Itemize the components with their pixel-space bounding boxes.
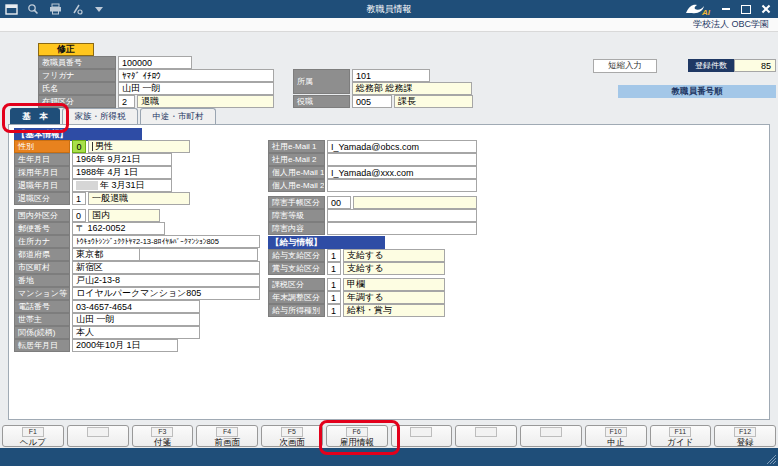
- f8-keycap: [475, 427, 497, 437]
- f9-keycap: [540, 427, 562, 437]
- personal-mail2-field[interactable]: [327, 179, 477, 192]
- staff-no-field[interactable]: 100000: [118, 56, 192, 69]
- retire-kind-code-field[interactable]: 1: [72, 192, 86, 205]
- minimize-button[interactable]: [716, 1, 736, 17]
- staff-no-row: 教職員番号 100000: [38, 56, 192, 69]
- tab-basic[interactable]: 基 本: [10, 108, 60, 124]
- income-type-code-field[interactable]: 1: [327, 304, 341, 317]
- address-kana-field[interactable]: ﾄｳｷｮｳﾄｼﾝｼﾞｭｸｸﾄﾔﾏ2-13-8ﾛｲﾔﾙﾊﾟｰｸﾏﾝｼｮﾝ805: [72, 235, 260, 248]
- company-bar: 学校法人 OBC学園: [0, 18, 778, 32]
- householder-field[interactable]: 山田 一朗: [72, 313, 200, 326]
- salary-pay-code-field[interactable]: 1: [327, 249, 341, 262]
- fkey-guide-button[interactable]: F11 ガイド: [650, 425, 712, 447]
- fkey-f2-button[interactable]: [67, 425, 129, 447]
- name-label: 氏名: [38, 82, 116, 95]
- yearend-adjust-value-field[interactable]: 年調する: [343, 291, 445, 304]
- bonus-pay-value-field[interactable]: 支給する: [343, 262, 445, 275]
- hire-date-row: 採用年月日 1988年 4月 1日: [14, 166, 172, 179]
- fkey-cancel-button[interactable]: F10 中止: [585, 425, 647, 447]
- tax-class-value-field[interactable]: 甲欄: [343, 278, 445, 291]
- tab-family-income-tax[interactable]: 家族・所得税: [62, 108, 138, 124]
- function-key-bar: F1 ヘルプ F3 付箋 F4 前画面 F5 次画面 F6 雇用情報: [0, 424, 778, 448]
- birthdate-field[interactable]: 1966年 9月21日: [72, 153, 172, 166]
- yearend-adjust-code-field[interactable]: 1: [327, 291, 341, 304]
- move-date-field[interactable]: 2000年10月 1日: [72, 339, 178, 352]
- maximize-button[interactable]: [736, 1, 756, 17]
- position-code-field[interactable]: 005: [352, 95, 392, 108]
- empty-year-box: [76, 181, 98, 190]
- city-row: 市区町村 新宿区: [14, 261, 260, 274]
- fkey-f9-button[interactable]: [520, 425, 582, 447]
- resize-grip[interactable]: [765, 453, 777, 465]
- enrollment-code-field[interactable]: 2: [118, 95, 135, 108]
- salary-pay-row: 給与支給区分 1 支給する: [268, 249, 445, 262]
- title-bar: 教職員情報 AI: [0, 0, 778, 18]
- fkey-help-button[interactable]: F1 ヘルプ: [2, 425, 64, 447]
- department-code-field[interactable]: 101: [352, 69, 430, 82]
- disability-detail-field[interactable]: [327, 222, 477, 235]
- disability-cert-code-field[interactable]: 00: [327, 196, 351, 209]
- bonus-pay-code-field[interactable]: 1: [327, 262, 341, 275]
- salary-pay-value-field[interactable]: 支給する: [343, 249, 445, 262]
- income-type-value-field[interactable]: 給料・賞与: [343, 304, 445, 317]
- householder-label: 世帯主: [14, 313, 70, 326]
- gender-label: 性別: [14, 140, 70, 153]
- relation-row: 関係(続柄) 本人: [14, 326, 200, 339]
- disability-cert-value-field[interactable]: [353, 196, 477, 209]
- disability-grade-field[interactable]: [327, 209, 477, 222]
- fkey-register-button[interactable]: F12 登録: [714, 425, 776, 447]
- retire-date-field[interactable]: 年 3月31日: [72, 179, 172, 192]
- domestic-code-field[interactable]: 0: [72, 209, 86, 222]
- fkey-f7-button[interactable]: [391, 425, 453, 447]
- f3-keycap: F3: [151, 427, 173, 437]
- company-mail2-field[interactable]: [327, 153, 477, 166]
- phone-field[interactable]: 03-4657-4654: [72, 300, 200, 313]
- f5-keycap: F5: [281, 427, 303, 437]
- street-field[interactable]: 戸山2-13-8: [72, 274, 260, 287]
- building-row: マンション等 ロイヤルパークマンション805: [14, 287, 260, 300]
- relation-field[interactable]: 本人: [72, 326, 200, 339]
- fkey-prev-screen-button[interactable]: F4 前画面: [196, 425, 258, 447]
- kana-field[interactable]: ﾔﾏﾀﾞ ｲﾁﾛｳ: [118, 69, 274, 82]
- position-value-field[interactable]: 課長: [394, 95, 473, 108]
- personal-mail2-row: 個人用e-Mail 2: [268, 179, 477, 192]
- street-row: 番地 戸山2-13-8: [14, 274, 260, 287]
- shortcut-input-button[interactable]: 短縮入力: [593, 59, 657, 73]
- salary-section-header: 【給与情報】: [268, 236, 385, 249]
- fkey-next-screen-button[interactable]: F5 次画面: [261, 425, 323, 447]
- retire-date-row: 退職年月日 年 3月31日: [14, 179, 172, 192]
- personal-mail1-field[interactable]: I_Yamada@xxx.com: [327, 166, 477, 179]
- city-field[interactable]: 新宿区: [72, 261, 260, 274]
- salary-pay-label: 給与支給区分: [268, 249, 325, 262]
- tax-class-code-field[interactable]: 1: [327, 278, 341, 291]
- name-field[interactable]: 山田 一朗: [118, 82, 274, 95]
- name-row: 氏名 山田 一朗: [38, 82, 274, 95]
- zipcode-field[interactable]: 〒 162-0052: [72, 222, 165, 235]
- minimize-icon: [722, 8, 730, 10]
- gender-value-field[interactable]: 男性: [88, 140, 190, 153]
- company-mail1-field[interactable]: I_Yamada@obcs.com: [327, 140, 477, 153]
- company-mail1-label: 社用e-Mail 1: [268, 140, 325, 153]
- hire-date-field[interactable]: 1988年 4月 1日: [72, 166, 172, 179]
- retire-kind-value-field[interactable]: 一般退職: [88, 192, 190, 205]
- yearend-adjust-label: 年末調整区分: [268, 291, 325, 304]
- enrollment-value-field[interactable]: 退職: [137, 95, 274, 108]
- personal-mail2-label: 個人用e-Mail 2: [268, 179, 325, 192]
- building-field[interactable]: ロイヤルパークマンション805: [72, 287, 260, 300]
- department-name-field[interactable]: 総務部 総務課: [352, 82, 472, 95]
- f12-keycap: F12: [734, 427, 756, 437]
- prefecture-field[interactable]: 東京都: [72, 248, 140, 261]
- disability-detail-label: 障害内容: [268, 222, 325, 235]
- prefecture-extra-field[interactable]: [140, 248, 258, 261]
- f1-keycap: F1: [22, 427, 44, 437]
- gender-code-field[interactable]: 0: [72, 140, 86, 153]
- fkey-sticky-note-button[interactable]: F3 付箋: [132, 425, 194, 447]
- close-button[interactable]: [756, 1, 776, 17]
- company-mail1-row: 社用e-Mail 1 I_Yamada@obcs.com: [268, 140, 477, 153]
- fkey-f8-button[interactable]: [455, 425, 517, 447]
- kana-row: フリガナ ﾔﾏﾀﾞ ｲﾁﾛｳ: [38, 69, 274, 82]
- disability-cert-row: 障害手帳区分 00: [268, 196, 477, 209]
- domestic-value-field[interactable]: 国内: [88, 209, 160, 222]
- tab-midcareer-municipality[interactable]: 中途・市町村: [140, 108, 216, 124]
- fkey-employment-info-button[interactable]: F6 雇用情報: [326, 425, 388, 447]
